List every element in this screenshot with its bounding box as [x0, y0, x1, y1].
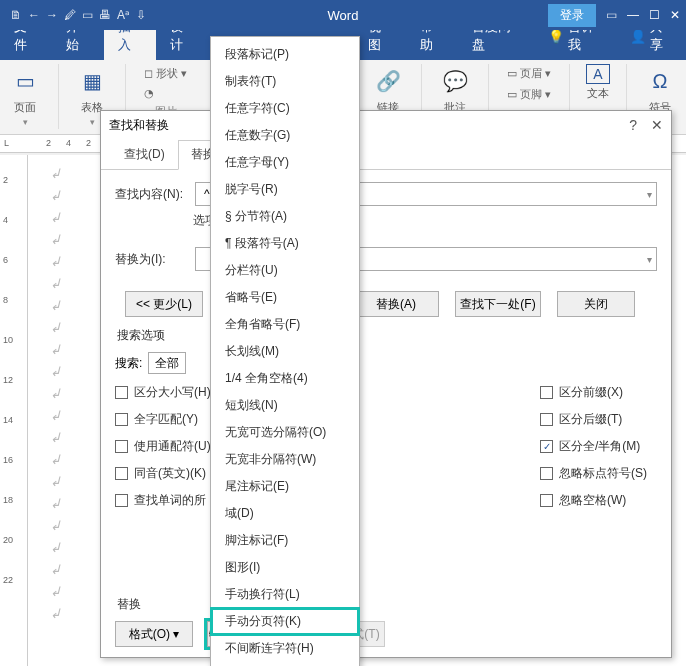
ribbon-options-icon[interactable]: ▭ — [606, 8, 617, 22]
qat-icon[interactable]: 🖶 — [99, 8, 111, 22]
find-next-button[interactable]: 查找下一处(F) — [455, 291, 541, 317]
check-label: 区分大小写(H) — [134, 384, 211, 401]
menu-item[interactable]: 手动换行符(L) — [211, 581, 359, 608]
dialog-help-icon[interactable]: ? — [629, 117, 637, 133]
check-label: 区分全/半角(M) — [559, 438, 640, 455]
replace-all-button[interactable]: 替换(A) — [353, 291, 439, 317]
menu-item[interactable]: 任意数字(G) — [211, 122, 359, 149]
special-menu: 段落标记(P) 制表符(T) 任意字符(C) 任意数字(G) 任意字母(Y) 脱… — [210, 36, 360, 666]
menu-item[interactable]: 脚注标记(F) — [211, 527, 359, 554]
menu-item[interactable]: 段落标记(P) — [211, 41, 359, 68]
qat-icon[interactable]: ▭ — [82, 8, 93, 22]
ribbon-link[interactable]: 🔗 链接 — [371, 64, 405, 115]
find-replace-dialog: 查找和替换 ? ✕ 查找(D) 替换(P) 查找内容(N): ^m ▾ 选项: … — [100, 110, 672, 658]
search-scope-value: 全部 — [155, 355, 179, 372]
menu-item[interactable]: 任意字母(Y) — [211, 149, 359, 176]
table-icon: ▦ — [75, 64, 109, 98]
ruler-tick: 6 — [3, 255, 8, 265]
check-sounds-like[interactable]: 同音(英文)(K) — [115, 465, 211, 482]
ribbon-pages[interactable]: ▭ 页面 ▾ — [8, 64, 42, 127]
dialog-close-icon[interactable]: ✕ — [651, 117, 663, 133]
chevron-down-icon[interactable]: ▾ — [647, 189, 652, 200]
check-whole-word[interactable]: 全字匹配(Y) — [115, 411, 211, 428]
titlebar: 🗎 ← → 🖉 ▭ 🖶 Aᵃ ⇩ Word 登录 ▭ — ☐ ✕ — [0, 0, 686, 30]
menu-item[interactable]: ¶ 段落符号(A) — [211, 230, 359, 257]
check-label: 查找单词的所 — [134, 492, 206, 509]
dialog-body: 查找内容(N): ^m ▾ 选项: 区分 替换为(I): ▾ << 更少(L) … — [101, 170, 671, 521]
ruler-tick: 14 — [3, 415, 13, 425]
login-button[interactable]: 登录 — [548, 4, 596, 27]
comment-icon: 💬 — [438, 64, 472, 98]
format-button[interactable]: 格式(O) ▾ — [115, 621, 193, 647]
footer-button[interactable]: ▭页脚 ▾ — [505, 85, 553, 104]
shapes-button[interactable]: ◻形状 ▾ — [142, 64, 189, 83]
tab-find[interactable]: 查找(D) — [111, 140, 178, 170]
vertical-ruler[interactable]: 2 4 6 8 10 12 14 16 18 20 22 — [0, 155, 28, 666]
qat-icon[interactable]: ← — [28, 8, 40, 22]
search-label: 搜索: — [115, 355, 142, 372]
qat-icon[interactable]: 🗎 — [10, 8, 22, 22]
ribbon-text[interactable]: A 文本 — [586, 64, 610, 101]
menu-item[interactable]: 图形(I) — [211, 554, 359, 581]
check-fullhalf-width[interactable]: 区分全/半角(M) — [540, 438, 647, 455]
window-maximize-icon[interactable]: ☐ — [649, 8, 660, 22]
search-scope-dropdown[interactable]: 全部 — [148, 352, 186, 374]
ruler-tick: 18 — [3, 495, 13, 505]
menu-item[interactable]: 域(D) — [211, 500, 359, 527]
menu-item-manual-page-break[interactable]: 手动分页符(K) — [211, 608, 359, 635]
ruler-tick: 4 — [66, 138, 71, 148]
menu-item[interactable]: 脱字号(R) — [211, 176, 359, 203]
ruler-tick: 8 — [3, 295, 8, 305]
menu-item[interactable]: 任意字符(C) — [211, 95, 359, 122]
check-wildcards[interactable]: 使用通配符(U) — [115, 438, 211, 455]
menu-item[interactable]: 尾注标记(E) — [211, 473, 359, 500]
replace-group-title: 替换 — [117, 596, 657, 613]
chevron-down-icon[interactable]: ▾ — [647, 254, 652, 265]
check-match-case[interactable]: 区分大小写(H) — [115, 384, 211, 401]
window-close-icon[interactable]: ✕ — [670, 8, 680, 22]
ribbon-symbol[interactable]: Ω 符号 — [643, 64, 677, 115]
ruler-tick: 16 — [3, 455, 13, 465]
dialog-titlebar[interactable]: 查找和替换 ? ✕ — [101, 111, 671, 139]
menu-item[interactable]: 1/4 全角空格(4) — [211, 365, 359, 392]
check-word-forms[interactable]: 查找单词的所 — [115, 492, 211, 509]
menu-item[interactable]: 不间断空格(S) — [211, 662, 359, 666]
menu-item[interactable]: § 分节符(A) — [211, 203, 359, 230]
check-label: 全字匹配(Y) — [134, 411, 198, 428]
footer-icon: ▭ — [507, 88, 517, 101]
close-button[interactable]: 关闭 — [557, 291, 635, 317]
ruler-tick: 4 — [3, 215, 8, 225]
dialog-tabs: 查找(D) 替换(P) — [101, 139, 671, 170]
check-ignore-punct[interactable]: 忽略标点符号(S) — [540, 465, 647, 482]
check-ignore-space[interactable]: 忽略空格(W) — [540, 492, 647, 509]
less-button[interactable]: << 更少(L) — [125, 291, 203, 317]
bulb-icon: 💡 — [548, 29, 564, 44]
menu-item[interactable]: 省略号(E) — [211, 284, 359, 311]
link-icon: 🔗 — [371, 64, 405, 98]
check-prefix[interactable]: 区分前缀(X) — [540, 384, 647, 401]
menu-item[interactable]: 不间断连字符(H) — [211, 635, 359, 662]
smartart-button[interactable]: ◔ — [142, 85, 156, 102]
header-button[interactable]: ▭页眉 ▾ — [505, 64, 553, 83]
menu-item[interactable]: 无宽非分隔符(W) — [211, 446, 359, 473]
replace-label: 替换为(I): — [115, 251, 189, 268]
menu-item[interactable]: 制表符(T) — [211, 68, 359, 95]
ruler-tick: 22 — [3, 575, 13, 585]
ribbon-comment[interactable]: 💬 批注 — [438, 64, 472, 115]
qat-icon[interactable]: Aᵃ — [117, 8, 130, 22]
menu-item[interactable]: 全角省略号(F) — [211, 311, 359, 338]
check-suffix[interactable]: 区分后缀(T) — [540, 411, 647, 428]
menu-item[interactable]: 无宽可选分隔符(O) — [211, 419, 359, 446]
ruler-tick: 10 — [3, 335, 13, 345]
check-label: 忽略标点符号(S) — [559, 465, 647, 482]
find-label: 查找内容(N): — [115, 186, 189, 203]
window-minimize-icon[interactable]: — — [627, 8, 639, 22]
qat-icon[interactable]: ⇩ — [136, 8, 146, 22]
menu-item[interactable]: 长划线(M) — [211, 338, 359, 365]
menu-item[interactable]: 短划线(N) — [211, 392, 359, 419]
menu-item[interactable]: 分栏符(U) — [211, 257, 359, 284]
qat-icon[interactable]: 🖉 — [64, 8, 76, 22]
ruler-tick: 2 — [86, 138, 91, 148]
qat-icon[interactable]: → — [46, 8, 58, 22]
ribbon-headerfooter: ▭页眉 ▾ ▭页脚 ▾ — [505, 64, 553, 104]
